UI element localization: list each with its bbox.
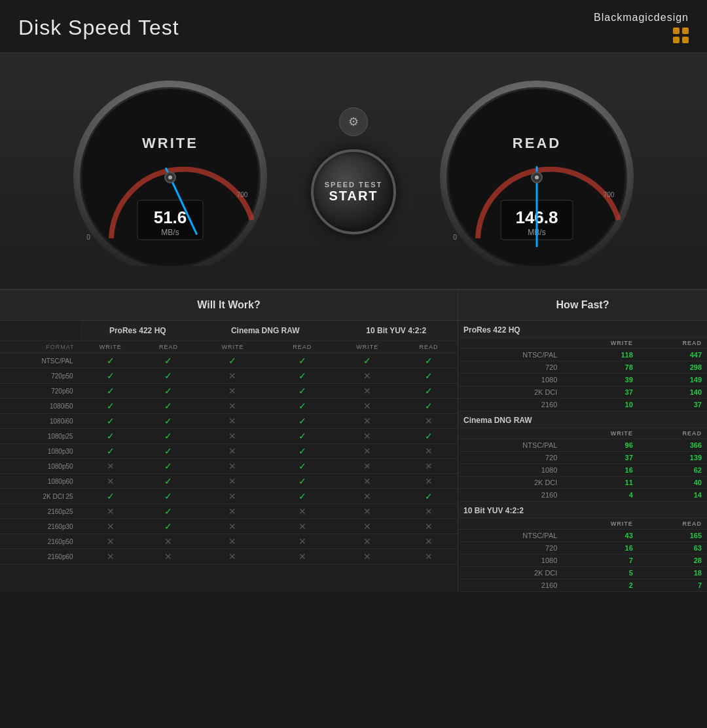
wiw-cell: ✕ [335, 549, 401, 564]
wiw-cell: ✕ [80, 474, 141, 489]
hf-read-value: 139 [638, 452, 707, 464]
cross-icon: ✕ [107, 476, 115, 486]
cross-icon: ✕ [363, 536, 371, 547]
how-fast-title: How Fast? [458, 290, 707, 321]
check-icon: ✓ [107, 431, 115, 441]
check-icon: ✓ [299, 355, 306, 366]
svg-point-17 [535, 175, 539, 179]
wiw-cell: ✕ [196, 429, 270, 444]
wiw-cell: ✕ [196, 519, 270, 534]
wiw-cell: ✕ [270, 504, 335, 519]
wiw-cell: ✕ [270, 534, 335, 549]
hf-read-value: 14 [638, 489, 707, 501]
wiw-cell: ✓ [400, 354, 458, 369]
cross-icon: ✕ [425, 536, 433, 547]
wiw-cell: ✕ [335, 444, 401, 459]
hf-group-row: Cinema DNG RAW [458, 411, 707, 428]
app-title: Disk Speed Test [18, 16, 179, 40]
wiw-format-cell: 2160p60 [0, 549, 80, 564]
write-unit: MB/s [161, 228, 179, 237]
hf-table-body: ProRes 422 HQWRITEREADNTSC/PAL1184477207… [458, 321, 707, 592]
hf-data-row: NTSC/PAL96366 [458, 439, 707, 452]
cross-icon: ✕ [228, 491, 236, 501]
wiw-cell: ✓ [141, 519, 196, 534]
hf-write-value: 37 [562, 386, 638, 399]
wiw-format-cell: 2K DCI 25 [0, 489, 80, 504]
cross-icon: ✕ [164, 536, 172, 547]
wiw-cell: ✕ [141, 549, 196, 564]
check-icon: ✓ [299, 371, 306, 381]
wiw-cell: ✓ [400, 489, 458, 504]
hf-write-value: 11 [562, 477, 638, 489]
check-icon: ✓ [107, 371, 115, 381]
how-fast-panel: How Fast? ProRes 422 HQWRITEREADNTSC/PAL… [458, 290, 707, 592]
svg-text:700: 700 [604, 191, 615, 198]
cross-icon: ✕ [228, 536, 236, 547]
cross-icon: ✕ [425, 476, 433, 486]
hf-read-value: 7 [638, 579, 707, 592]
wiw-cell: ✓ [270, 429, 335, 444]
check-icon: ✓ [425, 401, 433, 411]
cross-icon: ✕ [107, 551, 115, 562]
wiw-cell: ✕ [270, 549, 335, 564]
cross-icon: ✕ [425, 446, 433, 456]
cross-icon: ✕ [164, 551, 172, 562]
check-icon: ✓ [425, 431, 433, 441]
will-it-work-panel: Will It Work? ProRes 422 HQ Cinema DNG R… [0, 290, 458, 592]
wiw-format-cell: 2160p30 [0, 519, 80, 534]
hf-data-row: 2K DCI1140 [458, 477, 707, 489]
check-icon: ✓ [425, 355, 433, 366]
cross-icon: ✕ [228, 431, 236, 441]
check-icon: ✓ [107, 355, 115, 366]
wiw-cell: ✓ [270, 384, 335, 399]
wiw-cell: ✓ [80, 384, 141, 399]
check-icon: ✓ [299, 416, 306, 426]
wiw-cell: ✕ [335, 534, 401, 549]
cross-icon: ✕ [425, 551, 433, 562]
check-icon: ✓ [164, 401, 172, 411]
hf-read-value: 28 [638, 555, 707, 567]
check-icon: ✓ [299, 491, 306, 501]
svg-text:700: 700 [237, 191, 248, 198]
wiw-cell: ✓ [270, 444, 335, 459]
read-gauge-svg: READ 146.8 MB/s 0 700 [419, 76, 655, 266]
cross-icon: ✕ [299, 551, 306, 562]
wiw-cell: ✓ [196, 354, 270, 369]
wiw-cell: ✓ [400, 429, 458, 444]
read-gauge-container: READ 146.8 MB/s 0 700 [412, 73, 661, 269]
will-it-work-table: ProRes 422 HQ Cinema DNG RAW 10 Bit YUV … [0, 321, 458, 564]
hf-sub-header-cell: WRITE [562, 519, 638, 530]
wiw-format-cell: 1080p50 [0, 459, 80, 474]
wiw-cell: ✕ [400, 459, 458, 474]
hf-group-row: ProRes 422 HQ [458, 321, 707, 338]
check-icon: ✓ [107, 491, 115, 501]
svg-text:0: 0 [453, 234, 457, 241]
wiw-row: 2160p50✕✕✕✕✕✕ [0, 534, 458, 549]
wiw-cell: ✕ [196, 444, 270, 459]
wiw-cell: ✓ [270, 369, 335, 384]
wiw-format-cell: 720p60 [0, 384, 80, 399]
hf-write-value: 16 [562, 464, 638, 477]
cross-icon: ✕ [299, 521, 306, 532]
check-icon: ✓ [164, 461, 172, 471]
wiw-row: 1080p50✕✓✕✓✕✕ [0, 459, 458, 474]
svg-point-7 [168, 175, 172, 179]
wiw-cell: ✓ [270, 414, 335, 429]
settings-button[interactable]: ⚙ [339, 107, 368, 136]
cross-icon: ✕ [363, 431, 371, 441]
hf-data-row: 10801662 [458, 464, 707, 477]
start-button[interactable]: SPEED TEST START [311, 149, 396, 234]
wiw-cell: ✓ [400, 384, 458, 399]
hf-data-row: 2K DCI518 [458, 567, 707, 579]
hf-row-label: NTSC/PAL [458, 439, 562, 452]
cross-icon: ✕ [107, 506, 115, 517]
cross-icon: ✕ [363, 371, 371, 381]
cdng-read-header: READ [270, 341, 335, 354]
cdng-write-header: WRITE [196, 341, 270, 354]
will-it-work-title: Will It Work? [0, 290, 458, 321]
hf-group-label: ProRes 422 HQ [458, 321, 707, 338]
brand-dots [673, 27, 689, 43]
hf-read-value: 62 [638, 464, 707, 477]
cross-icon: ✕ [363, 491, 371, 501]
wiw-format-cell: 1080p60 [0, 474, 80, 489]
